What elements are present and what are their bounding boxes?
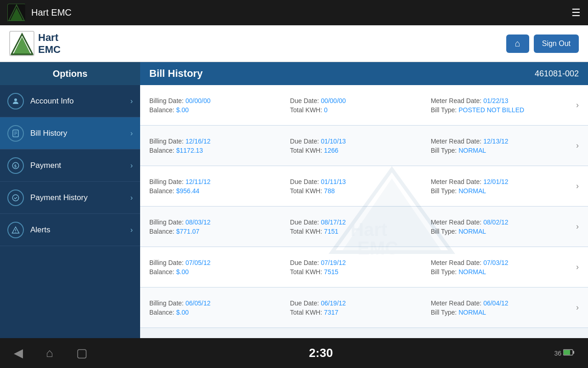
- billing-date-label: Billing Date:: [149, 178, 184, 185]
- due-date-value: 06/19/12: [321, 299, 346, 307]
- due-date-field: Due Date: 01/10/13: [290, 138, 430, 145]
- bill-row[interactable]: Billing Date: 06/05/12Due Date: 06/19/12…: [140, 288, 588, 328]
- balance-value: $.00: [176, 268, 188, 276]
- balance-field: Balance: $.00: [149, 106, 290, 114]
- bill-type-value: NORMAL: [458, 309, 486, 316]
- svg-rect-24: [573, 351, 574, 354]
- bill-row-content: Billing Date: 06/05/12Due Date: 06/19/12…: [149, 299, 571, 316]
- recent-apps-icon[interactable]: ▢: [76, 346, 88, 360]
- bill-list: Hart EMC Billing Date: 00/00/00Due Date:…: [140, 85, 588, 338]
- total-kwh-label: Total KWH:: [290, 106, 322, 114]
- bill-row-content: Billing Date: 08/03/12Due Date: 08/17/12…: [149, 218, 571, 235]
- billing-date-field: Billing Date: 07/05/12: [149, 259, 290, 266]
- balance-field: Balance: $.00: [149, 309, 290, 316]
- total-kwh-field: Total KWH: 1266: [290, 147, 430, 154]
- bill-type-label: Bill Type:: [431, 106, 457, 114]
- billing-date-label: Billing Date:: [149, 97, 184, 104]
- meter-read-date-field: Meter Read Date: 12/01/12: [431, 178, 571, 185]
- sidebar-item-bill-history[interactable]: Bill History ›: [0, 117, 140, 150]
- logo-area: Hart EMC: [9, 31, 61, 56]
- due-date-label: Due Date:: [290, 97, 319, 104]
- bill-row[interactable]: Billing Date: 08/03/12Due Date: 08/17/12…: [140, 207, 588, 247]
- billing-date-value: 07/05/12: [186, 259, 211, 266]
- meter-read-date-label: Meter Read Date:: [431, 218, 482, 226]
- sidebar-item-payment[interactable]: $ Payment ›: [0, 150, 140, 182]
- balance-label: Balance:: [149, 106, 174, 114]
- bill-row-arrow-icon: ›: [576, 222, 579, 231]
- due-date-value: 01/11/13: [321, 178, 346, 185]
- balance-field: Balance: $771.07: [149, 228, 290, 235]
- balance-label: Balance:: [149, 309, 174, 316]
- billing-date-field: Billing Date: 12/11/12: [149, 178, 290, 185]
- billing-date-value: 08/03/12: [186, 218, 211, 226]
- home-button[interactable]: ⌂: [506, 34, 529, 53]
- due-date-field: Due Date: 06/19/12: [290, 299, 430, 307]
- billing-date-value: 12/16/12: [186, 138, 211, 145]
- header-buttons: ⌂ Sign Out: [506, 34, 579, 53]
- due-date-label: Due Date:: [290, 178, 319, 185]
- billing-date-label: Billing Date:: [149, 138, 184, 145]
- billing-date-field: Billing Date: 08/03/12: [149, 218, 290, 226]
- meter-read-date-label: Meter Read Date:: [431, 97, 482, 104]
- payment-history-icon: [7, 190, 24, 206]
- svg-point-8: [14, 98, 17, 101]
- due-date-field: Due Date: 00/00/00: [290, 97, 430, 104]
- bill-type-field: Bill Type: POSTED NOT BILLED: [431, 106, 571, 114]
- signout-button[interactable]: Sign Out: [534, 34, 579, 53]
- payment-history-label: Payment History: [30, 193, 130, 202]
- billing-date-field: Billing Date: 06/05/12: [149, 299, 290, 307]
- total-kwh-field: Total KWH: 7151: [290, 228, 430, 235]
- bill-row[interactable]: Billing Date: 12/16/12Due Date: 01/10/13…: [140, 126, 588, 166]
- bill-type-label: Bill Type:: [431, 147, 457, 154]
- billing-date-label: Billing Date:: [149, 299, 184, 307]
- svg-rect-25: [564, 350, 570, 355]
- bill-row[interactable]: Billing Date: 07/05/12Due Date: 07/19/12…: [140, 247, 588, 288]
- bill-row-arrow-icon: ›: [576, 100, 579, 110]
- battery-icon: [563, 349, 574, 357]
- bill-type-value: NORMAL: [458, 147, 486, 154]
- balance-label: Balance:: [149, 228, 174, 235]
- bill-type-label: Bill Type:: [431, 309, 457, 316]
- logo-text: Hart EMC: [38, 32, 61, 56]
- balance-value: $771.07: [176, 228, 199, 235]
- account-info-arrow: ›: [130, 97, 133, 105]
- total-kwh-label: Total KWH:: [290, 309, 322, 316]
- bill-row[interactable]: Billing Date: 12/11/12Due Date: 01/11/13…: [140, 166, 588, 207]
- back-icon[interactable]: ◀: [14, 346, 23, 360]
- balance-label: Balance:: [149, 268, 174, 276]
- alerts-icon: [7, 222, 24, 238]
- bill-type-label: Bill Type:: [431, 268, 457, 276]
- total-kwh-label: Total KWH:: [290, 147, 322, 154]
- balance-field: Balance: $1172.13: [149, 147, 290, 154]
- billing-date-value: 06/05/12: [186, 299, 211, 307]
- bill-type-value: POSTED NOT BILLED: [458, 106, 524, 114]
- billing-date-label: Billing Date:: [149, 259, 184, 266]
- bill-row-arrow-icon: ›: [576, 262, 579, 272]
- meter-read-date-value: 12/01/12: [483, 178, 509, 185]
- sidebar-item-account-info[interactable]: Account Info ›: [0, 85, 140, 117]
- logo-line2: EMC: [38, 44, 61, 56]
- content-title: Bill History: [149, 68, 203, 80]
- bill-type-field: Bill Type: NORMAL: [431, 309, 571, 316]
- sidebar-header: Options: [0, 62, 140, 85]
- sidebar-item-payment-history[interactable]: Payment History ›: [0, 182, 140, 214]
- bill-type-label: Bill Type:: [431, 187, 457, 195]
- due-date-field: Due Date: 08/17/12: [290, 218, 430, 226]
- bill-type-value: NORMAL: [458, 228, 486, 235]
- home-nav-icon[interactable]: ⌂: [46, 346, 53, 360]
- balance-value: $.00: [176, 106, 188, 114]
- bill-row[interactable]: Billing Date: 00/00/00Due Date: 00/00/00…: [140, 85, 588, 126]
- balance-label: Balance:: [149, 147, 174, 154]
- content-header: Bill History 461081-002: [140, 62, 588, 85]
- system-bar-left: Hart EMC: [7, 4, 72, 22]
- menu-icon[interactable]: ☰: [571, 7, 581, 19]
- due-date-label: Due Date:: [290, 138, 319, 145]
- due-date-value: 01/10/13: [321, 138, 346, 145]
- sidebar-item-alerts[interactable]: Alerts ›: [0, 214, 140, 246]
- header-bar: Hart EMC ⌂ Sign Out: [0, 25, 588, 62]
- billing-date-value: 12/11/12: [186, 178, 211, 185]
- meter-read-date-value: 01/22/13: [483, 97, 509, 104]
- battery-area: 36: [554, 349, 574, 357]
- billing-date-field: Billing Date: 00/00/00: [149, 97, 290, 104]
- bill-row-arrow-icon: ›: [576, 303, 579, 312]
